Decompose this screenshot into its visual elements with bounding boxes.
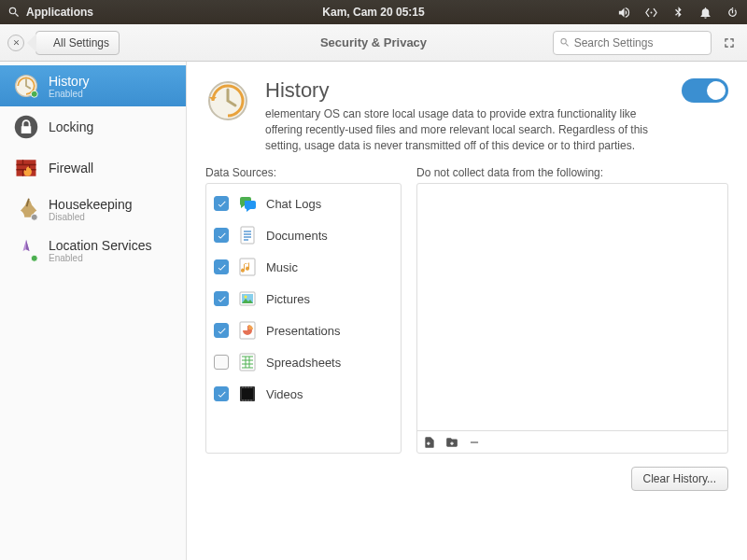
applications-menu[interactable]: Applications (26, 6, 93, 19)
add-folder-icon[interactable] (445, 436, 458, 449)
sidebar-item-label: Locking (49, 119, 93, 134)
svg-point-0 (651, 11, 653, 13)
add-file-icon[interactable] (423, 436, 436, 449)
search-icon[interactable] (7, 6, 21, 19)
window-title: Security & Privacy (320, 35, 427, 49)
svg-point-24 (247, 400, 248, 401)
source-label: Documents (266, 229, 328, 243)
music-icon (236, 256, 259, 278)
svg-point-2 (31, 91, 37, 97)
source-label: Pictures (266, 292, 310, 306)
source-label: Music (266, 260, 298, 274)
sidebar-item-locking[interactable]: Locking (0, 106, 186, 147)
svg-point-19 (245, 387, 246, 388)
power-icon[interactable] (726, 6, 740, 20)
sidebar-item-label: Location Services (49, 238, 152, 253)
source-checkbox[interactable] (214, 323, 229, 338)
source-label: Videos (266, 387, 303, 401)
source-checkbox[interactable] (214, 355, 229, 370)
svg-point-6 (31, 214, 37, 220)
source-label: Presentations (266, 324, 341, 338)
source-row-pictures: Pictures (208, 283, 399, 315)
close-button[interactable] (7, 35, 24, 51)
desktop-top-panel: Applications Kam, Cam 20 05:15 (0, 0, 747, 24)
svg-point-25 (250, 400, 251, 401)
location-icon (13, 237, 39, 263)
back-all-settings-button[interactable]: All Settings (35, 31, 120, 55)
svg-point-18 (242, 387, 243, 388)
exclude-toolbar (417, 430, 727, 453)
housekeeping-icon (13, 196, 39, 222)
video-icon (236, 383, 259, 405)
settings-sidebar: HistoryEnabled Locking Firewall Housekee… (0, 62, 187, 560)
svg-rect-9 (241, 227, 254, 244)
source-checkbox[interactable] (214, 228, 229, 243)
bluetooth-icon[interactable] (671, 6, 685, 20)
history-icon (13, 73, 39, 99)
svg-rect-17 (242, 388, 253, 399)
source-label: Chat Logs (266, 197, 321, 211)
page-description: elementary OS can store local usage data… (265, 106, 657, 153)
svg-point-23 (245, 400, 246, 401)
maximize-button[interactable] (719, 33, 740, 53)
source-row-spreadsheets: Spreadsheets (208, 346, 399, 378)
svg-point-20 (247, 387, 248, 388)
remove-icon[interactable] (468, 436, 481, 449)
svg-point-7 (31, 255, 37, 261)
source-row-videos: Videos (208, 378, 399, 410)
source-checkbox[interactable] (214, 259, 229, 274)
sidebar-item-label: Housekeeping (49, 197, 133, 212)
page-title: History (265, 78, 657, 103)
source-row-presentations: Presentations (208, 315, 399, 346)
exclude-label: Do not collect data from the following: (416, 166, 728, 179)
notification-icon[interactable] (698, 6, 712, 20)
svg-point-13 (245, 296, 247, 299)
panel-clock[interactable]: Kam, Cam 20 05:15 (322, 6, 424, 19)
close-icon (12, 38, 21, 47)
sidebar-item-label: Firewall (49, 161, 93, 175)
sidebar-item-status: Enabled (49, 253, 152, 263)
sidebar-item-status: Disabled (49, 212, 133, 222)
sidebar-item-status: Enabled (49, 89, 90, 99)
source-label: Spreadsheets (266, 356, 341, 370)
source-row-documents: Documents (208, 219, 399, 251)
settings-content: History elementary OS can store local us… (187, 62, 747, 560)
lock-icon (13, 114, 39, 140)
exclude-list[interactable] (417, 184, 727, 430)
sidebar-item-history[interactable]: HistoryEnabled (0, 65, 186, 106)
history-toggle[interactable] (682, 78, 728, 103)
chat-icon (236, 192, 259, 215)
svg-point-22 (242, 400, 243, 401)
firewall-icon (13, 155, 39, 181)
sidebar-item-housekeeping[interactable]: HousekeepingDisabled (0, 189, 186, 230)
source-checkbox[interactable] (214, 196, 229, 211)
document-icon (236, 224, 259, 246)
search-input[interactable] (574, 36, 705, 49)
picture-icon (236, 287, 259, 310)
history-large-icon (205, 78, 250, 123)
source-row-music: Music (208, 251, 399, 283)
search-settings-field[interactable] (553, 31, 712, 55)
volume-icon[interactable] (617, 6, 631, 20)
back-button-label: All Settings (53, 36, 109, 49)
window-headerbar: All Settings Security & Privacy (0, 24, 747, 62)
data-sources-list: Chat LogsDocumentsMusicPicturesPresentat… (205, 183, 402, 454)
spreadsheet-icon (236, 351, 259, 373)
maximize-icon (723, 36, 736, 49)
source-row-chat-logs: Chat Logs (208, 188, 399, 219)
exclude-box (416, 183, 728, 454)
search-icon (559, 36, 571, 49)
source-checkbox[interactable] (214, 386, 229, 401)
svg-point-21 (250, 387, 251, 388)
network-icon[interactable] (644, 6, 658, 20)
data-sources-label: Data Sources: (205, 166, 402, 179)
sidebar-item-label: History (49, 74, 90, 89)
presentation-icon (236, 319, 259, 342)
sidebar-item-firewall[interactable]: Firewall (0, 147, 186, 189)
source-checkbox[interactable] (214, 291, 229, 306)
sidebar-item-location-services[interactable]: Location ServicesEnabled (0, 230, 186, 271)
clear-history-button[interactable]: Clear History... (631, 467, 728, 491)
